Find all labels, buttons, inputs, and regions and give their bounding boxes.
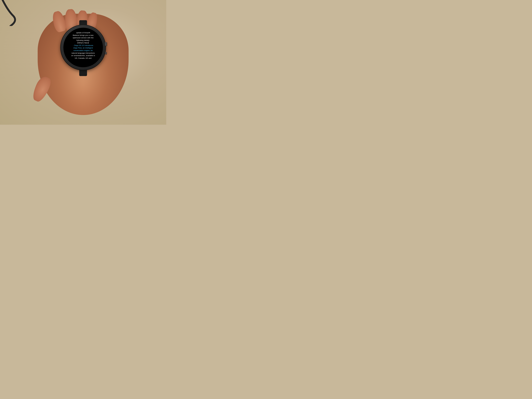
line-2: Balance brings you a new [73, 34, 93, 36]
screen-content: update of Amazfit Balance brings you a n… [63, 28, 103, 67]
watch-screen: update of Amazfit Balance brings you a n… [63, 28, 103, 67]
screen-text-area: update of Amazfit Balance brings you a n… [66, 32, 100, 64]
watch-side-button[interactable] [105, 52, 107, 54]
line-8: conversation engine, for [74, 50, 93, 51]
watch-crown[interactable] [105, 42, 107, 46]
line-10: on smartwatches, available in [71, 55, 95, 57]
watch-display-text: update of Amazfit Balance brings you a n… [66, 32, 100, 59]
line-3: optimized version with the [73, 37, 94, 39]
line-5: 【What's New】 [76, 42, 90, 44]
line-4: following details: [76, 39, 90, 41]
watch: update of Amazfit Balance brings you a n… [61, 25, 105, 70]
watch-bezel: update of Amazfit Balance brings you a n… [61, 25, 105, 70]
line-7: Zepp Flow, an intelligent [73, 47, 93, 49]
cable [0, 0, 39, 26]
line-9: natural language interactions [71, 52, 95, 54]
line-1: update of Amazfit [76, 32, 90, 34]
line-11: US, Canada, UK and [75, 57, 92, 59]
line-6: - Zepp OS 3.5 introduces [73, 44, 93, 46]
hand-watch-container: update of Amazfit Balance brings you a n… [38, 14, 129, 115]
